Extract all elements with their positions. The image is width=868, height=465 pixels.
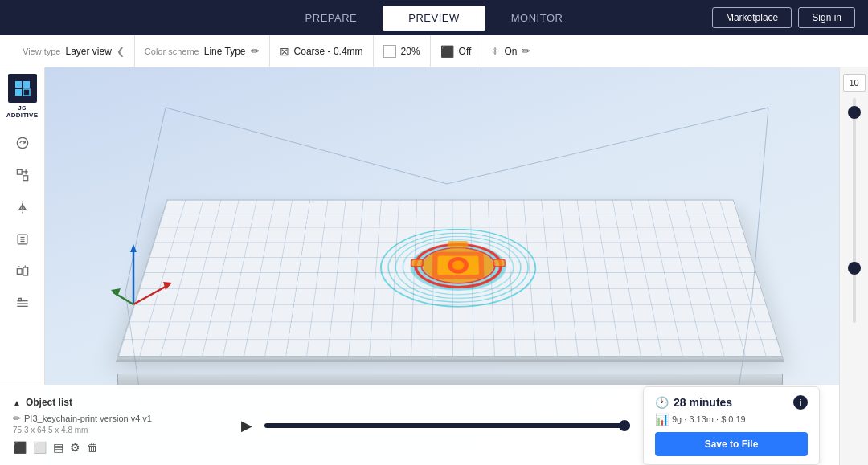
object-tool-layers-icon[interactable]: ▤	[53, 441, 63, 454]
infill-icon	[383, 45, 396, 58]
svg-rect-0	[15, 81, 22, 88]
info-card: 🕐 28 minutes i 📊 9g · 3.13m · $ 0.19 Sav…	[643, 386, 820, 465]
svg-rect-8	[23, 176, 27, 181]
adhesion-group: ⁜ On ✏	[481, 35, 540, 67]
view-type-group: View type Layer view ❮	[13, 35, 135, 67]
svg-rect-18	[17, 269, 22, 275]
color-scheme-label: Color scheme	[145, 47, 199, 56]
object-name-text: PI3_keychain-print version v4 v1	[24, 414, 152, 423]
tab-preview[interactable]: PREVIEW	[383, 6, 485, 31]
object-list-label: Object list	[26, 397, 72, 408]
svg-rect-44	[493, 259, 506, 267]
object-tool-delete-icon[interactable]: 🗑	[87, 441, 98, 454]
object-name-row: ✏ PI3_keychain-print version v4 v1	[13, 413, 210, 424]
sidebar-tool-support[interactable]	[6, 225, 39, 254]
filament-icon: 📊	[655, 413, 669, 426]
slider-thumb-top[interactable]	[848, 106, 861, 119]
view-type-value: Layer view	[66, 46, 112, 57]
quality-group[interactable]: ⊠ Coarse - 0.4mm	[270, 35, 374, 67]
main-content: JS ADDITIVE	[0, 67, 868, 465]
object-tool-cube-icon[interactable]: ⬛	[13, 441, 27, 454]
svg-rect-7	[17, 169, 22, 174]
axis-arrows-svg	[109, 240, 174, 320]
svg-rect-25	[18, 298, 21, 300]
sidebar-tool-layers[interactable]	[6, 289, 39, 318]
sidebar-tool-rotate[interactable]	[6, 128, 39, 157]
chevron-up-icon[interactable]: ▲	[13, 398, 21, 407]
logo-area: JS ADDITIVE	[2, 74, 43, 119]
color-scheme-edit-icon[interactable]: ✏	[251, 45, 260, 57]
object-dimensions: 75.3 x 64.5 x 4.8 mm	[13, 426, 210, 434]
print-details-row: 📊 9g · 3.13m · $ 0.19	[655, 413, 808, 426]
quality-value: Coarse - 0.4mm	[294, 46, 363, 57]
platform-surface	[117, 200, 783, 357]
print-time-row: 🕐 28 minutes i	[655, 395, 808, 410]
slider-thumb-bottom[interactable]	[848, 262, 861, 275]
tab-prepare[interactable]: PREPARE	[280, 6, 383, 31]
object-list-section: ▲ Object list ✏ PI3_keychain-print versi…	[13, 397, 223, 454]
view-type-chevron-icon[interactable]: ❮	[117, 46, 125, 57]
support-value: Off	[459, 46, 472, 57]
infill-group: 20%	[374, 35, 431, 67]
slider-track[interactable]	[853, 98, 856, 323]
adhesion-icon: ⁜	[491, 46, 499, 57]
top-navigation: PREPARE PREVIEW MONITOR Marketplace Sign…	[0, 0, 868, 35]
marketplace-button[interactable]: Marketplace	[712, 7, 792, 28]
nav-right-buttons: Marketplace Sign in	[712, 7, 855, 28]
platform-area	[93, 148, 807, 389]
adhesion-edit-icon[interactable]: ✏	[522, 45, 530, 57]
print-details-text: 9g · 3.13m · $ 0.19	[672, 414, 746, 424]
svg-rect-19	[23, 267, 27, 275]
clock-icon: 🕐	[655, 396, 669, 409]
infill-value: 20%	[401, 46, 420, 57]
signin-button[interactable]: Sign in	[798, 7, 855, 28]
svg-rect-3	[23, 89, 30, 96]
svg-rect-1	[23, 81, 30, 88]
tab-monitor[interactable]: MONITOR	[485, 6, 589, 31]
svg-rect-46	[448, 241, 468, 247]
object-tool-settings-icon[interactable]: ⚙	[70, 441, 80, 454]
logo-box	[8, 74, 37, 103]
svg-rect-45	[411, 259, 424, 267]
sidebar-tool-mirror[interactable]	[6, 193, 39, 222]
view-type-label: View type	[23, 47, 61, 56]
print-time-value: 28 minutes	[674, 396, 732, 409]
print-object-svg	[374, 216, 542, 310]
support-group: ⬛ Off	[431, 35, 482, 67]
sidebar-tool-per-object[interactable]	[6, 257, 39, 286]
play-controls: ▶	[223, 414, 643, 437]
svg-rect-2	[15, 89, 22, 96]
object-tool-icons: ⬛ ⬜ ▤ ⚙ 🗑	[13, 441, 210, 454]
logo-text: JS ADDITIVE	[2, 104, 43, 119]
support-icon: ⬛	[440, 45, 454, 58]
svg-marker-50	[130, 244, 137, 252]
nav-tabs: PREPARE PREVIEW MONITOR	[280, 6, 589, 31]
adhesion-value: On	[504, 46, 517, 57]
toolbar: View type Layer view ❮ Color scheme Line…	[0, 35, 868, 67]
color-scheme-value: Line Type	[204, 46, 246, 57]
timeline-knob[interactable]	[619, 420, 630, 431]
svg-line-51	[133, 284, 170, 304]
timeline-progress-bar[interactable]	[264, 423, 630, 428]
right-slider-panel: 10	[839, 67, 868, 465]
svg-marker-52	[163, 282, 172, 290]
play-button[interactable]: ▶	[235, 414, 258, 437]
bottom-panel: ▲ Object list ✏ PI3_keychain-print versi…	[0, 385, 839, 465]
pencil-icon: ✏	[13, 413, 21, 424]
sidebar-tool-scale[interactable]	[6, 161, 39, 190]
info-icon[interactable]: i	[793, 395, 808, 410]
svg-point-4	[17, 137, 27, 148]
save-to-file-button[interactable]: Save to File	[655, 432, 808, 456]
info-card-wrapper: 🕐 28 minutes i 📊 9g · 3.13m · $ 0.19 Sav…	[643, 386, 826, 465]
object-tool-copy-icon[interactable]: ⬜	[33, 441, 47, 454]
object-list-header: ▲ Object list	[13, 397, 210, 408]
slider-track-container[interactable]	[853, 98, 856, 339]
color-scheme-group: Color scheme Line Type ✏	[135, 35, 270, 67]
layers-icon: ⊠	[280, 45, 289, 58]
print-object-container	[374, 216, 542, 310]
svg-marker-13	[23, 205, 26, 210]
slider-value-display: 10	[843, 74, 866, 92]
logo-icon	[14, 80, 31, 97]
